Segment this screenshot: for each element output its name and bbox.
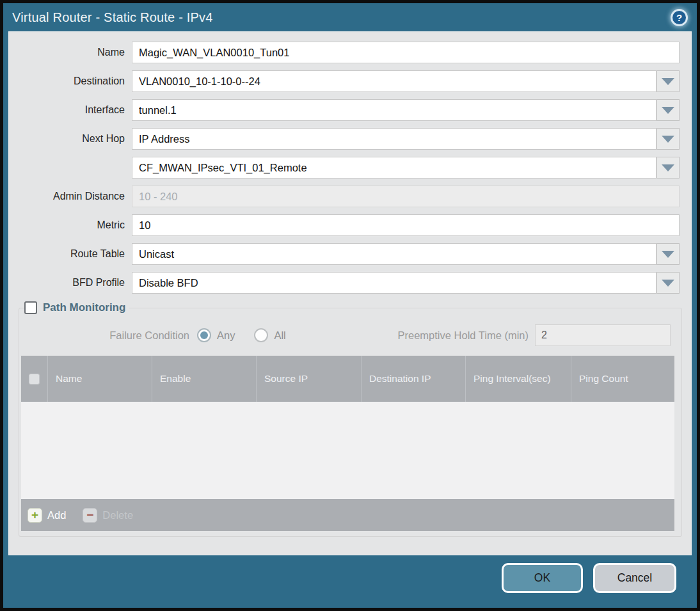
dialog-body: Name Destination Interface [8,31,692,555]
path-monitoring-section: Path Monitoring Failure Condition Any Al… [19,301,682,537]
chevron-down-icon [662,280,674,287]
destination-dropdown-button[interactable] [656,70,680,92]
metric-label: Metric [9,219,132,231]
header-cell-ping-interval: Ping Interval(sec) [466,356,571,402]
path-monitoring-table: Name Enable Source IP Destination IP Pin… [21,356,674,531]
admin-distance-label: Admin Distance [9,191,132,202]
bfd-profile-label: BFD Profile [9,277,132,289]
route-table-dropdown-button[interactable] [656,243,680,265]
path-monitoring-legend: Path Monitoring [24,301,129,314]
chevron-down-icon [662,164,674,171]
dialog-title: Virtual Router - Static Route - IPv4 [12,10,213,25]
interface-dropdown-button[interactable] [656,99,680,121]
dialog-footer: OK Cancel [502,563,676,593]
form-row-next-hop-address [9,157,680,179]
delete-button[interactable]: − Delete [83,508,133,523]
failure-condition-label: Failure Condition [20,329,197,342]
ok-button[interactable]: OK [502,563,583,593]
form-row-bfd-profile: BFD Profile [9,272,680,294]
admin-distance-input[interactable] [132,186,680,207]
failure-condition-all-radio[interactable] [254,328,268,342]
failure-condition-row: Failure Condition Any All Preemptive Hol… [20,324,675,346]
name-label: Name [9,47,132,58]
metric-input[interactable] [132,214,680,236]
minus-icon: − [83,508,97,523]
next-hop-type-dropdown-button[interactable] [656,128,680,150]
chevron-down-icon [662,78,674,85]
header-cell-select [21,356,48,402]
plus-icon: + [28,508,42,523]
form-row-next-hop: Next Hop [9,128,680,150]
header-cell-source-ip: Source IP [257,356,362,402]
path-monitoring-title: Path Monitoring [43,301,125,314]
destination-input[interactable] [132,70,656,92]
form-row-name: Name [9,42,680,63]
form-row-interface: Interface [9,99,680,121]
chevron-down-icon [662,251,674,258]
radio-dot [200,331,208,339]
interface-input[interactable] [132,99,656,121]
next-hop-address-dropdown-button[interactable] [656,157,680,179]
table-body-empty [21,402,674,499]
chevron-down-icon [662,107,674,114]
interface-label: Interface [9,104,132,116]
static-route-dialog: Virtual Router - Static Route - IPv4 ? N… [3,3,697,608]
table-toolbar: + Add − Delete [21,499,674,531]
preemptive-hold-time-label: Preemptive Hold Time (min) [398,329,535,342]
select-all-checkbox[interactable] [29,374,40,385]
add-button[interactable]: + Add [28,508,66,523]
cancel-button[interactable]: Cancel [593,563,676,593]
header-cell-ping-count: Ping Count [571,356,674,402]
dialog-frame: Virtual Router - Static Route - IPv4 ? N… [0,0,700,611]
header-cell-name: Name [48,356,152,402]
failure-condition-any-radio[interactable] [197,328,211,342]
add-button-label: Add [47,509,66,521]
failure-condition-all-label: All [274,329,285,342]
table-header: Name Enable Source IP Destination IP Pin… [21,356,674,402]
next-hop-type-input[interactable] [132,128,656,150]
form-row-route-table: Route Table [9,243,680,265]
path-monitoring-checkbox[interactable] [24,301,37,314]
next-hop-label: Next Hop [9,133,132,145]
bfd-profile-dropdown-button[interactable] [656,272,680,294]
name-input[interactable] [132,42,680,63]
destination-label: Destination [9,75,132,87]
form-row-destination: Destination [9,70,680,92]
bfd-profile-input[interactable] [132,272,656,294]
form-row-admin-distance: Admin Distance [9,186,680,207]
title-bar: Virtual Router - Static Route - IPv4 ? [3,3,697,31]
help-icon[interactable]: ? [671,9,688,26]
failure-condition-any-label: Any [217,329,235,342]
header-cell-destination-ip: Destination IP [362,356,466,402]
header-cell-enable: Enable [152,356,257,402]
chevron-down-icon [662,136,674,143]
preemptive-hold-time-input[interactable] [535,324,671,346]
delete-button-label: Delete [102,509,133,521]
route-table-label: Route Table [9,248,132,260]
next-hop-address-input[interactable] [132,157,656,179]
form-row-metric: Metric [9,214,680,236]
route-table-input[interactable] [132,243,656,265]
